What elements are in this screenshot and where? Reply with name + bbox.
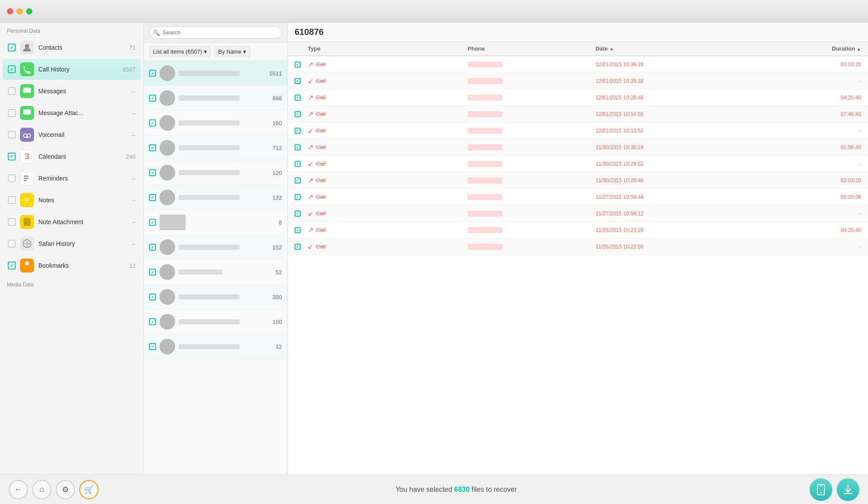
list-item-checkbox[interactable] [149,219,156,226]
list-item[interactable]: 152 [144,235,287,260]
notes-checkbox[interactable] [8,196,16,204]
row-checkbox-8[interactable] [295,194,308,200]
minimize-button[interactable] [17,8,23,14]
list-item[interactable]: 8 [144,210,287,235]
list-item-checkbox[interactable] [149,343,156,350]
table-row[interactable]: ↙ Call 12/01/2015 10:13:52 - [288,123,868,139]
row-checkbox-4[interactable] [295,128,308,134]
row-check-box[interactable] [295,177,301,184]
list-item-checkbox[interactable] [149,269,156,276]
cart-button[interactable]: 🛒 [79,480,98,499]
list-item-checkbox[interactable] [149,95,156,102]
table-row[interactable]: ↗ Call 12/01/2015 10:39:28 03:03:20 [288,56,868,73]
maximize-button[interactable] [26,8,32,14]
sidebar-item-voicemail[interactable]: Voicemail -- [3,124,141,145]
list-item-checkbox[interactable] [149,144,156,151]
list-item[interactable]: 380 [144,285,287,310]
row-checkbox-2[interactable] [295,95,308,101]
close-button[interactable] [7,8,13,14]
row-checkbox-10[interactable] [295,227,308,233]
voicemail-checkbox[interactable] [8,131,16,139]
list-item[interactable]: 1611 [144,61,287,86]
list-item[interactable]: 120 [144,160,287,185]
list-item[interactable]: 132 [144,185,287,210]
list-item-checkbox[interactable] [149,169,156,176]
row-checkbox-5[interactable] [295,144,308,150]
list-item-checkbox[interactable] [149,194,156,201]
date-sort-icon[interactable]: ▲ [610,46,614,51]
list-item-checkbox[interactable] [149,119,156,126]
table-row[interactable]: ↗ Call 11/26/2015 10:23:28 04:26:40 [288,222,868,238]
safari-checkbox[interactable] [8,240,16,248]
table-row[interactable]: ↙ Call 12/01/2015 10:39:28 - [288,73,868,89]
list-item[interactable]: 12 [144,334,287,359]
home-button[interactable]: ⌂ [32,480,51,499]
sidebar-item-callhistory[interactable]: Call History 6507 [3,59,141,80]
list-item[interactable]: 160 [144,111,287,136]
sidebar-item-messageattach[interactable]: Message Attac... -- [3,102,141,123]
calendars-checkbox[interactable] [8,153,16,160]
table-row[interactable]: ↙ Call 11/30/2015 10:29:52 - [288,156,868,172]
sidebar-item-contacts[interactable]: Contacts 71 [3,37,141,58]
list-item-checkbox[interactable] [149,244,156,251]
row-checkbox-0[interactable] [295,61,308,68]
search-input[interactable] [149,26,282,39]
row-check-box[interactable] [295,111,301,117]
messages-checkbox[interactable] [8,87,16,95]
row-checkbox-6[interactable] [295,161,308,167]
table-row[interactable]: ↗ Call 11/27/2015 10:59:44 05:00:00 [288,189,868,205]
messageattach-checkbox[interactable] [8,109,16,117]
table-row[interactable]: ↗ Call 11/30/2015 10:20:48 03:03:20 [288,172,868,189]
by-name-button[interactable]: By Name ▾ [214,46,250,57]
row-check-box[interactable] [295,61,301,68]
row-checkbox-9[interactable] [295,211,308,217]
table-row[interactable]: ↗ Call 12/01/2015 10:14:56 07:46:40 [288,106,868,123]
contacts-checkbox[interactable] [8,44,16,51]
bookmarks-checkbox[interactable] [8,262,16,269]
row-check-box[interactable] [295,244,301,250]
duration-sort-icon[interactable]: ▲ [857,47,861,51]
sidebar-item-bookmarks[interactable]: Bookmarks 12 [3,255,141,276]
sidebar-item-notes[interactable]: Notes -- [3,190,141,211]
list-item[interactable]: 712 [144,136,287,160]
sidebar-item-noteattach[interactable]: Note Attachment -- [3,211,141,232]
list-item[interactable]: 52 [144,260,287,285]
incoming-call-icon: ↙ [308,77,313,85]
noteattach-checkbox[interactable] [8,218,16,226]
row-check-box[interactable] [295,128,301,134]
sidebar-item-reminders[interactable]: Reminders -- [3,168,141,189]
reminders-checkbox[interactable] [8,174,16,182]
table-row[interactable]: ↙ Call 11/26/2015 10:22:56 - [288,238,868,255]
row-check-box[interactable] [295,227,301,233]
phone-export-button[interactable] [810,478,832,501]
table-row[interactable]: ↙ Call 11/27/2015 10:59:12 - [288,205,868,222]
settings-button[interactable]: ⚙ [56,480,75,499]
row-check-box[interactable] [295,211,301,217]
sidebar-item-calendars[interactable]: 3 Calendars 240 [3,146,141,167]
list-item-checkbox[interactable] [149,293,156,300]
sidebar-item-messages[interactable]: Messages -- [3,81,141,102]
row-check-box[interactable] [295,144,301,150]
download-button[interactable] [837,478,859,501]
table-row[interactable]: ↗ Call 11/30/2015 10:30:24 01:56:40 [288,139,868,156]
contact-name-blurred [179,294,240,300]
row-check-box[interactable] [295,78,301,84]
list-controls: List all items (6507) ▾ By Name ▾ [144,43,287,61]
callhistory-checkbox[interactable] [8,65,16,73]
sidebar-item-safari[interactable]: Safari History -- [3,233,141,254]
list-all-button[interactable]: List all items (6507) ▾ [149,46,211,57]
back-button[interactable]: ← [9,480,28,499]
list-item[interactable]: 668 [144,86,287,111]
row-checkbox-3[interactable] [295,111,308,117]
list-item-checkbox[interactable] [149,70,156,77]
row-check-box[interactable] [295,161,301,167]
row-date-9: 11/27/2015 10:59:12 [596,211,809,217]
list-item-checkbox[interactable] [149,318,156,325]
table-row[interactable]: ↗ Call 12/01/2015 10:28:48 04:26:40 [288,89,868,106]
list-item[interactable]: 100 [144,310,287,334]
row-check-box[interactable] [295,95,301,101]
row-check-box[interactable] [295,194,301,200]
row-checkbox-7[interactable] [295,177,308,184]
row-checkbox-1[interactable] [295,78,308,84]
row-checkbox-11[interactable] [295,244,308,250]
